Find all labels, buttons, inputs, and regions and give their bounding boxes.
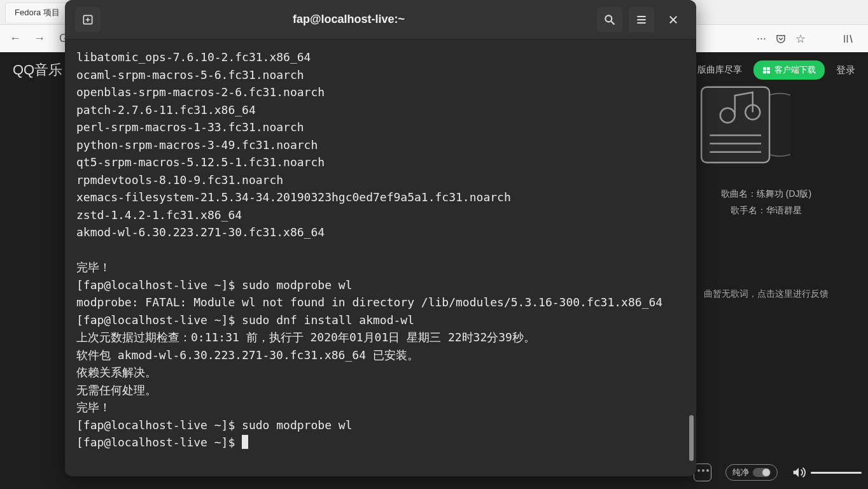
term-line: [fap@localhost-live ~]$ sudo modprobe wl — [76, 276, 685, 294]
term-line: xemacs-filesystem-21.5.34-34.20190323hgc… — [76, 188, 685, 206]
lyrics-feedback-link[interactable]: 曲暂无歌词，点击这里进行反馈 — [696, 288, 836, 300]
now-playing-card: 歌曲名：练舞功 (DJ版) 歌手名：华语群星 曲暂无歌词，点击这里进行反馈 — [696, 74, 836, 300]
svg-rect-2 — [763, 71, 766, 73]
search-button[interactable] — [597, 7, 622, 32]
term-line: libatomic_ops-7.6.10-2.fc31.x86_64 — [76, 48, 685, 66]
term-line: python-srpm-macros-3-49.fc31.noarch — [76, 136, 685, 154]
toggle-switch[interactable] — [753, 468, 771, 477]
artist-label: 歌手名： — [731, 205, 766, 215]
artist-row: 歌手名：华语群星 — [696, 202, 836, 218]
pure-mode-toggle[interactable]: 纯净 — [725, 464, 778, 481]
term-line: 完毕！ — [76, 259, 685, 276]
term-line: modprobe: FATAL: Module wl not found in … — [76, 294, 685, 311]
term-line: zstd-1.4.2-1.fc31.x86_64 — [76, 206, 685, 224]
login-link[interactable]: 登录 — [836, 64, 855, 76]
close-button[interactable] — [661, 7, 686, 32]
speaker-icon[interactable] — [792, 465, 806, 479]
terminal-scrollbar[interactable] — [689, 415, 694, 461]
term-line: 软件包 akmod-wl-6.30.223.271-30.fc31.x86_64… — [76, 346, 685, 364]
svg-rect-3 — [767, 71, 770, 73]
term-line: rpmdevtools-8.10-9.fc31.noarch — [76, 171, 685, 189]
library-icon[interactable] — [843, 33, 854, 45]
bookmark-star-icon[interactable]: ☆ — [795, 32, 806, 46]
term-prompt[interactable]: [fap@localhost-live ~]$ — [76, 434, 685, 451]
pure-label: 纯净 — [732, 467, 749, 478]
new-tab-button[interactable] — [75, 7, 101, 32]
term-line: openblas-srpm-macros-2-6.fc31.noarch — [76, 83, 685, 101]
svg-rect-0 — [763, 67, 766, 69]
svg-rect-1 — [767, 67, 770, 69]
song-name-row: 歌曲名：练舞功 (DJ版) — [696, 185, 836, 202]
term-line: [fap@localhost-live ~]$ sudo dnf install… — [76, 311, 685, 329]
forward-button[interactable]: → — [29, 29, 50, 49]
term-line: 完毕！ — [76, 399, 685, 416]
term-line: ocaml-srpm-macros-5-6.fc31.noarch — [76, 66, 685, 84]
more-icon[interactable]: ··· — [757, 32, 766, 45]
site-logo[interactable]: QQ音乐 — [13, 60, 62, 80]
volume-slider[interactable] — [811, 472, 862, 474]
song-label: 歌曲名： — [721, 188, 757, 199]
term-line: patch-2.7.6-11.fc31.x86_64 — [76, 101, 685, 119]
volume-control[interactable] — [792, 465, 862, 479]
terminal-window: fap@localhost-live:~ libatomic_ops-7.6.1… — [65, 0, 696, 476]
term-line: akmod-wl-6.30.223.271-30.fc31.x86_64 — [76, 223, 685, 241]
artist-name[interactable]: 华语群星 — [766, 205, 802, 215]
terminal-title: fap@localhost-live:~ — [107, 13, 591, 26]
terminal-titlebar[interactable]: fap@localhost-live:~ — [65, 0, 696, 39]
comments-icon[interactable] — [694, 464, 711, 481]
windows-icon — [762, 66, 771, 74]
album-art-icon — [696, 74, 790, 175]
player-bar: 纯净 — [694, 464, 862, 481]
term-line: qt5-srpm-macros-5.12.5-1.fc31.noarch — [76, 153, 685, 171]
term-line: [fap@localhost-live ~]$ sudo modprobe wl — [76, 416, 685, 434]
term-line: perl-srpm-macros-1-33.fc31.noarch — [76, 118, 685, 136]
term-line: 无需任何处理。 — [76, 381, 685, 399]
term-line: 依赖关系解决。 — [76, 364, 685, 381]
song-name[interactable]: 练舞功 (DJ版) — [757, 188, 811, 199]
back-button[interactable]: ← — [5, 29, 25, 49]
terminal-body[interactable]: libatomic_ops-7.6.10-2.fc31.x86_64 ocaml… — [65, 39, 696, 476]
cursor — [242, 435, 248, 449]
browser-tab[interactable]: Fedora 项目 — [5, 3, 69, 22]
svg-point-14 — [605, 15, 612, 22]
term-line — [76, 241, 685, 259]
svg-line-15 — [612, 21, 615, 24]
pocket-icon[interactable] — [775, 33, 787, 45]
term-line: 上次元数据过期检查：0:11:31 前，执行于 2020年01月01日 星期三 … — [76, 329, 685, 346]
menu-button[interactable] — [629, 7, 654, 32]
